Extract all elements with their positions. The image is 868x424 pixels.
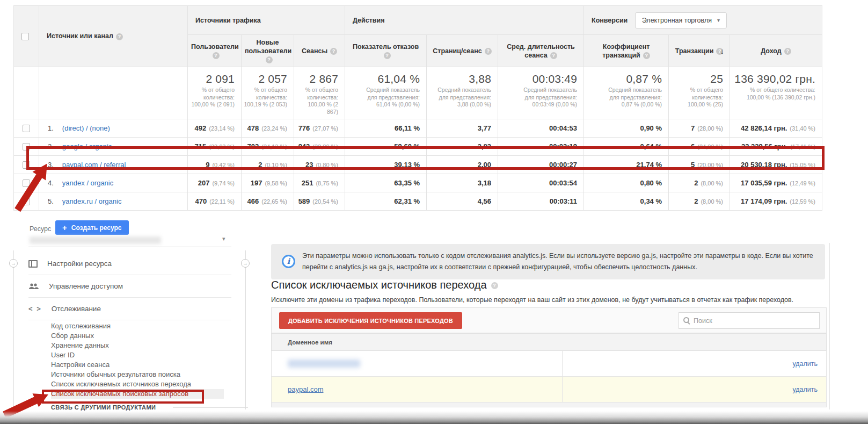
column-header-source[interactable]: Источник или канал: [39, 6, 188, 67]
collapse-panel-arrow-icon[interactable]: [241, 259, 250, 268]
source-link[interactable]: google / organic: [62, 142, 112, 150]
help-icon[interactable]: [491, 282, 498, 289]
delete-link[interactable]: удалить: [792, 360, 818, 368]
column-header-pages-per-session[interactable]: Страниц/сеанс: [427, 35, 498, 67]
add-referral-exclusion-button[interactable]: ДОБАВИТЬ ИСКЛЮЧЕНИЯ ИСТОЧНИКОВ ПЕРЕХОДОВ: [279, 312, 462, 329]
property-settings-icon: [28, 260, 38, 268]
row-checkbox[interactable]: [23, 125, 30, 132]
table-row: 5.yandex.ru / organic 470(22,11 %) 466(2…: [14, 192, 822, 211]
column-header-avg-session-duration[interactable]: Сред. длительность сеанса: [498, 35, 584, 67]
divider: [28, 247, 231, 247]
help-icon[interactable]: [116, 33, 123, 40]
source-link[interactable]: paypal.com / referral: [62, 161, 126, 169]
tracking-submenu: Код отслеживания Сбор данных Хранение да…: [51, 321, 224, 399]
table-row: удалить: [271, 351, 827, 377]
search-input[interactable]: [694, 317, 815, 325]
domain-link[interactable]: paypal.com: [288, 385, 323, 393]
sort-descending-icon: [720, 47, 725, 55]
submenu-item-data-collection[interactable]: Сбор данных: [51, 331, 224, 341]
menu-item-tracking-info[interactable]: Отслеживание: [28, 298, 231, 320]
table-row: 2.google / organic 715(33,63 %) 702(34,1…: [14, 138, 822, 156]
column-header-bounce-rate[interactable]: Показатель отказов: [345, 35, 427, 67]
table-row-highlighted: paypal.com удалить: [271, 377, 827, 403]
group-header-actions: Действия: [345, 6, 584, 35]
column-header-new-users[interactable]: Новые пользователи: [242, 35, 294, 67]
info-icon: [282, 255, 295, 268]
collapse-panel-arrow-icon[interactable]: [9, 259, 18, 268]
submenu-item-user-id[interactable]: User ID: [51, 350, 224, 360]
traffic-report-table: Источник или канал Источники трафика Дей…: [13, 5, 822, 211]
user-management-icon: [28, 283, 39, 290]
link-products-section-header: СВЯЗЬ С ДРУГИМИ ПРОДУКТАМИ: [51, 404, 156, 411]
search-box: [679, 312, 820, 329]
info-banner: Эти параметры можно использовать только …: [271, 244, 825, 279]
select-all-checkbox[interactable]: [21, 33, 29, 40]
submenu-item-search-term-exclusion-list[interactable]: Список исключаемых поисковых запросов: [51, 389, 224, 399]
page-title: Список исключаемых источников перехода: [271, 279, 498, 291]
divider: [829, 243, 830, 409]
help-icon[interactable]: [266, 56, 273, 63]
tracking-code-icon: [28, 305, 42, 313]
chevron-down-icon: [717, 17, 720, 23]
delete-link[interactable]: удалить: [792, 386, 818, 393]
table-row: 4.yandex / organic 207(9,74 %) 197(9,58 …: [14, 174, 822, 192]
source-link[interactable]: yandex.ru / organic: [62, 197, 122, 205]
domain-exclusion-table: Доменное имя удалить paypal.com удалить: [271, 333, 827, 407]
column-header-transactions[interactable]: Транзакции: [669, 35, 730, 67]
search-icon: [683, 317, 690, 324]
divider: [173, 407, 248, 408]
help-icon[interactable]: [784, 48, 791, 55]
admin-property-menu: Настройки ресурса Управление доступом От…: [28, 253, 231, 320]
divider: [13, 250, 14, 420]
resource-label: Ресурс: [30, 225, 51, 233]
submenu-item-referral-exclusion-list[interactable]: Список исключаемых источников перехода: [51, 379, 224, 389]
analytics-screen: Источник или канал Источники трафика Дей…: [0, 0, 868, 424]
table-row: 1.(direct) / (none) 492(23,14 %) 478(23,…: [14, 119, 822, 138]
help-icon[interactable]: [384, 52, 391, 59]
resource-selector-redacted[interactable]: [30, 236, 161, 244]
help-icon[interactable]: [550, 52, 557, 59]
chevron-down-icon[interactable]: [222, 235, 225, 242]
create-resource-button[interactable]: Создать ресурс: [55, 220, 129, 235]
menu-item-user-management[interactable]: Управление доступом: [28, 275, 231, 298]
info-banner-text: Эти параметры можно использовать только …: [302, 250, 816, 273]
group-header-conversions: Конверсии Электронная торговля: [584, 6, 822, 35]
column-header-revenue[interactable]: Доход: [730, 35, 822, 67]
summary-row: 2 091% от общего количества: 100,00 % (2…: [14, 67, 822, 119]
submenu-item-session-settings[interactable]: Настройки сеанса: [51, 360, 224, 370]
page-description: Исключите эти домены из трафика переходо…: [271, 296, 824, 304]
help-icon[interactable]: [213, 52, 220, 59]
divider: [245, 250, 246, 409]
menu-item-property-settings[interactable]: Настройки ресурса: [28, 253, 231, 275]
table-footer-strip: [271, 403, 827, 407]
row-checkbox[interactable]: [23, 161, 30, 169]
help-icon[interactable]: [330, 48, 337, 55]
column-header-domain: Доменное имя: [271, 333, 827, 351]
bottom-gradient-bar: [0, 411, 868, 424]
group-header-traffic: Источники трафика: [188, 6, 345, 35]
help-icon[interactable]: [643, 52, 650, 59]
column-header-sessions[interactable]: Сеансы: [294, 35, 345, 67]
conversions-type-dropdown[interactable]: Электронная торговля: [635, 12, 727, 28]
exclusion-toolbar: ДОБАВИТЬ ИСКЛЮЧЕНИЯ ИСТОЧНИКОВ ПЕРЕХОДОВ: [271, 307, 827, 333]
submenu-item-data-retention[interactable]: Хранение данных: [51, 341, 224, 350]
row-checkbox[interactable]: [23, 198, 30, 205]
source-link[interactable]: yandex / organic: [62, 179, 113, 187]
row-checkbox[interactable]: [23, 179, 30, 187]
submenu-item-tracking-code[interactable]: Код отслеживания: [51, 321, 224, 331]
submenu-item-organic-search-sources[interactable]: Источники обычных результатов поиска: [51, 370, 224, 379]
help-icon[interactable]: [485, 48, 492, 55]
table-row-highlighted: 3.paypal.com / referral 9(0,42 %) 2(0,10…: [14, 156, 822, 174]
plus-icon: [62, 224, 67, 232]
column-header-transaction-rate[interactable]: Коэффициент транзакций: [584, 35, 669, 67]
domain-name-redacted: [288, 360, 360, 368]
row-checkbox[interactable]: [23, 143, 30, 150]
source-link[interactable]: (direct) / (none): [62, 124, 110, 132]
column-header-users[interactable]: Пользователи: [188, 35, 242, 67]
